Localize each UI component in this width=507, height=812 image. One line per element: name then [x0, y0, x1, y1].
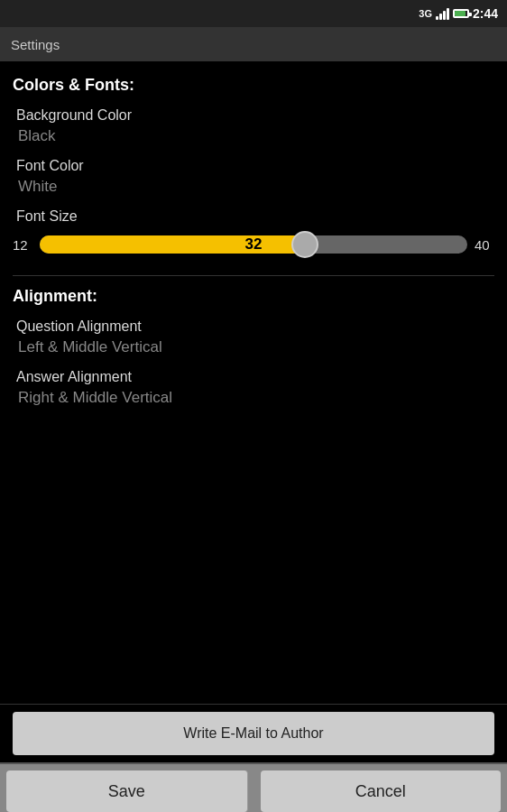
bottom-buttons: Save Cancel — [0, 762, 507, 812]
signal-icon — [436, 7, 449, 20]
slider-value: 32 — [245, 235, 263, 254]
background-color-value[interactable]: Black — [13, 127, 494, 145]
email-btn-row: Write E-Mail to Author — [0, 704, 507, 762]
slider-track: 32 — [40, 235, 467, 254]
status-time: 2:44 — [473, 6, 498, 21]
question-alignment-value[interactable]: Left & Middle Vertical — [13, 338, 494, 356]
slider-handle[interactable] — [291, 231, 318, 258]
font-size-label: Font Size — [13, 208, 494, 225]
alignment-heading: Alignment: — [13, 287, 494, 306]
slider-min-label: 12 — [13, 237, 32, 253]
colors-fonts-section: Colors & Fonts: Background Color Black F… — [13, 76, 494, 261]
font-color-value[interactable]: White — [13, 178, 494, 196]
font-color-label: Font Color — [13, 158, 494, 174]
slider-max-label: 40 — [475, 237, 494, 253]
colors-fonts-heading: Colors & Fonts: — [13, 76, 494, 95]
settings-content: Colors & Fonts: Background Color Black F… — [0, 61, 507, 704]
answer-alignment-value[interactable]: Right & Middle Vertical — [13, 389, 494, 407]
status-icons: 3G 2:44 — [419, 6, 498, 21]
3g-icon: 3G — [419, 8, 432, 19]
background-color-label: Background Color — [13, 107, 494, 124]
save-button[interactable]: Save — [6, 770, 248, 812]
slider-fill — [40, 235, 305, 254]
status-bar: 3G 2:44 — [0, 0, 507, 27]
section-divider — [13, 275, 494, 276]
alignment-section: Alignment: Question Alignment Left & Mid… — [13, 287, 494, 407]
answer-alignment-label: Answer Alignment — [13, 369, 494, 385]
cancel-button[interactable]: Cancel — [261, 770, 502, 812]
question-alignment-label: Question Alignment — [13, 318, 494, 335]
page-title: Settings — [11, 37, 60, 52]
title-bar: Settings — [0, 27, 507, 61]
write-email-button[interactable]: Write E-Mail to Author — [13, 712, 494, 755]
font-size-slider[interactable]: 32 — [40, 228, 467, 261]
font-size-slider-row: 12 32 40 — [13, 228, 494, 261]
battery-icon — [453, 9, 469, 18]
